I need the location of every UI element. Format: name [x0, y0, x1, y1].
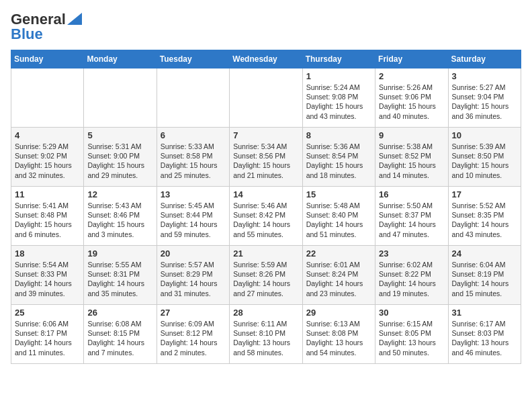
- calendar-day-cell: 25Sunrise: 6:06 AM Sunset: 8:17 PM Dayli…: [11, 305, 84, 364]
- logo-blue: Blue: [11, 26, 43, 43]
- day-of-week-header: Saturday: [448, 50, 521, 68]
- day-number: 15: [306, 189, 371, 199]
- day-info: Sunrise: 6:06 AM Sunset: 8:17 PM Dayligh…: [15, 319, 80, 357]
- day-of-week-header: Sunday: [11, 50, 84, 68]
- calendar-day-cell: [157, 68, 229, 128]
- day-info: Sunrise: 5:38 AM Sunset: 8:52 PM Dayligh…: [379, 142, 444, 180]
- calendar-day-cell: [84, 68, 157, 128]
- day-info: Sunrise: 5:46 AM Sunset: 8:42 PM Dayligh…: [233, 201, 298, 239]
- day-info: Sunrise: 5:36 AM Sunset: 8:54 PM Dayligh…: [306, 142, 371, 180]
- day-info: Sunrise: 5:41 AM Sunset: 8:48 PM Dayligh…: [15, 201, 80, 239]
- day-info: Sunrise: 5:52 AM Sunset: 8:35 PM Dayligh…: [452, 201, 517, 239]
- day-number: 9: [379, 130, 444, 140]
- day-number: 30: [379, 308, 444, 318]
- day-info: Sunrise: 5:59 AM Sunset: 8:26 PM Dayligh…: [233, 260, 298, 298]
- day-info: Sunrise: 5:50 AM Sunset: 8:37 PM Dayligh…: [379, 201, 444, 239]
- day-number: 29: [306, 308, 371, 318]
- calendar-day-cell: 19Sunrise: 5:55 AM Sunset: 8:31 PM Dayli…: [84, 246, 157, 305]
- day-info: Sunrise: 5:48 AM Sunset: 8:40 PM Dayligh…: [306, 201, 371, 239]
- day-of-week-header: Wednesday: [230, 50, 302, 68]
- day-info: Sunrise: 6:02 AM Sunset: 8:22 PM Dayligh…: [379, 260, 444, 298]
- calendar-day-cell: 27Sunrise: 6:09 AM Sunset: 8:12 PM Dayli…: [157, 305, 229, 364]
- day-info: Sunrise: 5:54 AM Sunset: 8:33 PM Dayligh…: [15, 260, 80, 298]
- svg-marker-0: [67, 13, 82, 25]
- calendar-day-cell: 31Sunrise: 6:17 AM Sunset: 8:03 PM Dayli…: [448, 305, 521, 364]
- page-header: General Blue: [11, 11, 521, 43]
- day-info: Sunrise: 5:33 AM Sunset: 8:58 PM Dayligh…: [161, 142, 226, 180]
- day-number: 4: [15, 130, 80, 140]
- calendar-day-cell: 30Sunrise: 6:15 AM Sunset: 8:05 PM Dayli…: [375, 305, 448, 364]
- calendar-day-cell: 24Sunrise: 6:04 AM Sunset: 8:19 PM Dayli…: [448, 246, 521, 305]
- day-number: 14: [233, 189, 298, 199]
- calendar-day-cell: 14Sunrise: 5:46 AM Sunset: 8:42 PM Dayli…: [230, 187, 302, 246]
- calendar-day-cell: 21Sunrise: 5:59 AM Sunset: 8:26 PM Dayli…: [230, 246, 302, 305]
- day-info: Sunrise: 5:43 AM Sunset: 8:46 PM Dayligh…: [87, 201, 152, 239]
- day-info: Sunrise: 5:55 AM Sunset: 8:31 PM Dayligh…: [87, 260, 152, 298]
- calendar-week-row: 4Sunrise: 5:29 AM Sunset: 9:02 PM Daylig…: [11, 128, 521, 187]
- calendar-week-row: 1Sunrise: 5:24 AM Sunset: 9:08 PM Daylig…: [11, 68, 521, 128]
- day-of-week-header: Thursday: [302, 50, 375, 68]
- day-info: Sunrise: 6:08 AM Sunset: 8:15 PM Dayligh…: [87, 319, 152, 357]
- day-number: 2: [379, 71, 444, 81]
- calendar-day-cell: 16Sunrise: 5:50 AM Sunset: 8:37 PM Dayli…: [375, 187, 448, 246]
- day-number: 26: [87, 308, 152, 318]
- day-number: 21: [233, 248, 298, 259]
- calendar-day-cell: 29Sunrise: 6:13 AM Sunset: 8:08 PM Dayli…: [302, 305, 375, 364]
- day-number: 6: [161, 130, 226, 140]
- day-info: Sunrise: 5:26 AM Sunset: 9:06 PM Dayligh…: [379, 83, 444, 121]
- day-number: 23: [379, 248, 444, 259]
- calendar-day-cell: 28Sunrise: 6:11 AM Sunset: 8:10 PM Dayli…: [230, 305, 302, 364]
- day-info: Sunrise: 6:17 AM Sunset: 8:03 PM Dayligh…: [452, 319, 517, 357]
- calendar-day-cell: 6Sunrise: 5:33 AM Sunset: 8:58 PM Daylig…: [157, 128, 229, 187]
- calendar-day-cell: 9Sunrise: 5:38 AM Sunset: 8:52 PM Daylig…: [375, 128, 448, 187]
- calendar-week-row: 25Sunrise: 6:06 AM Sunset: 8:17 PM Dayli…: [11, 305, 521, 364]
- calendar-day-cell: 2Sunrise: 5:26 AM Sunset: 9:06 PM Daylig…: [375, 68, 448, 128]
- day-info: Sunrise: 5:29 AM Sunset: 9:02 PM Dayligh…: [15, 142, 80, 180]
- calendar-day-cell: 22Sunrise: 6:01 AM Sunset: 8:24 PM Dayli…: [302, 246, 375, 305]
- day-info: Sunrise: 5:34 AM Sunset: 8:56 PM Dayligh…: [233, 142, 298, 180]
- logo: General Blue: [11, 11, 82, 43]
- day-number: 18: [15, 248, 80, 259]
- day-number: 27: [161, 308, 226, 318]
- day-number: 28: [233, 308, 298, 318]
- calendar-day-cell: 17Sunrise: 5:52 AM Sunset: 8:35 PM Dayli…: [448, 187, 521, 246]
- day-number: 13: [161, 189, 226, 199]
- day-number: 11: [15, 189, 80, 199]
- calendar-day-cell: 5Sunrise: 5:31 AM Sunset: 9:00 PM Daylig…: [84, 128, 157, 187]
- day-of-week-header: Friday: [375, 50, 448, 68]
- calendar-day-cell: 26Sunrise: 6:08 AM Sunset: 8:15 PM Dayli…: [84, 305, 157, 364]
- calendar-day-cell: [11, 68, 84, 128]
- calendar-header-row: SundayMondayTuesdayWednesdayThursdayFrid…: [11, 50, 521, 68]
- calendar-day-cell: 4Sunrise: 5:29 AM Sunset: 9:02 PM Daylig…: [11, 128, 84, 187]
- calendar-day-cell: 10Sunrise: 5:39 AM Sunset: 8:50 PM Dayli…: [448, 128, 521, 187]
- calendar-day-cell: 12Sunrise: 5:43 AM Sunset: 8:46 PM Dayli…: [84, 187, 157, 246]
- calendar-day-cell: 1Sunrise: 5:24 AM Sunset: 9:08 PM Daylig…: [302, 68, 375, 128]
- day-number: 31: [452, 308, 517, 318]
- day-number: 16: [379, 189, 444, 199]
- day-number: 7: [233, 130, 298, 140]
- day-number: 25: [15, 308, 80, 318]
- calendar-week-row: 18Sunrise: 5:54 AM Sunset: 8:33 PM Dayli…: [11, 246, 521, 305]
- calendar-week-row: 11Sunrise: 5:41 AM Sunset: 8:48 PM Dayli…: [11, 187, 521, 246]
- day-info: Sunrise: 6:15 AM Sunset: 8:05 PM Dayligh…: [379, 319, 444, 357]
- day-info: Sunrise: 6:11 AM Sunset: 8:10 PM Dayligh…: [233, 319, 298, 357]
- day-of-week-header: Tuesday: [157, 50, 229, 68]
- day-number: 17: [452, 189, 517, 199]
- day-number: 10: [452, 130, 517, 140]
- day-number: 8: [306, 130, 371, 140]
- day-info: Sunrise: 5:57 AM Sunset: 8:29 PM Dayligh…: [161, 260, 226, 298]
- day-of-week-header: Monday: [84, 50, 157, 68]
- calendar-day-cell: [230, 68, 302, 128]
- calendar-day-cell: 3Sunrise: 5:27 AM Sunset: 9:04 PM Daylig…: [448, 68, 521, 128]
- calendar-day-cell: 8Sunrise: 5:36 AM Sunset: 8:54 PM Daylig…: [302, 128, 375, 187]
- day-info: Sunrise: 5:39 AM Sunset: 8:50 PM Dayligh…: [452, 142, 517, 180]
- calendar-day-cell: 11Sunrise: 5:41 AM Sunset: 8:48 PM Dayli…: [11, 187, 84, 246]
- calendar-day-cell: 23Sunrise: 6:02 AM Sunset: 8:22 PM Dayli…: [375, 246, 448, 305]
- day-number: 19: [87, 248, 152, 259]
- day-info: Sunrise: 6:09 AM Sunset: 8:12 PM Dayligh…: [161, 319, 226, 357]
- day-number: 24: [452, 248, 517, 259]
- day-info: Sunrise: 5:24 AM Sunset: 9:08 PM Dayligh…: [306, 83, 371, 121]
- calendar-day-cell: 15Sunrise: 5:48 AM Sunset: 8:40 PM Dayli…: [302, 187, 375, 246]
- day-info: Sunrise: 6:04 AM Sunset: 8:19 PM Dayligh…: [452, 260, 517, 298]
- day-number: 5: [87, 130, 152, 140]
